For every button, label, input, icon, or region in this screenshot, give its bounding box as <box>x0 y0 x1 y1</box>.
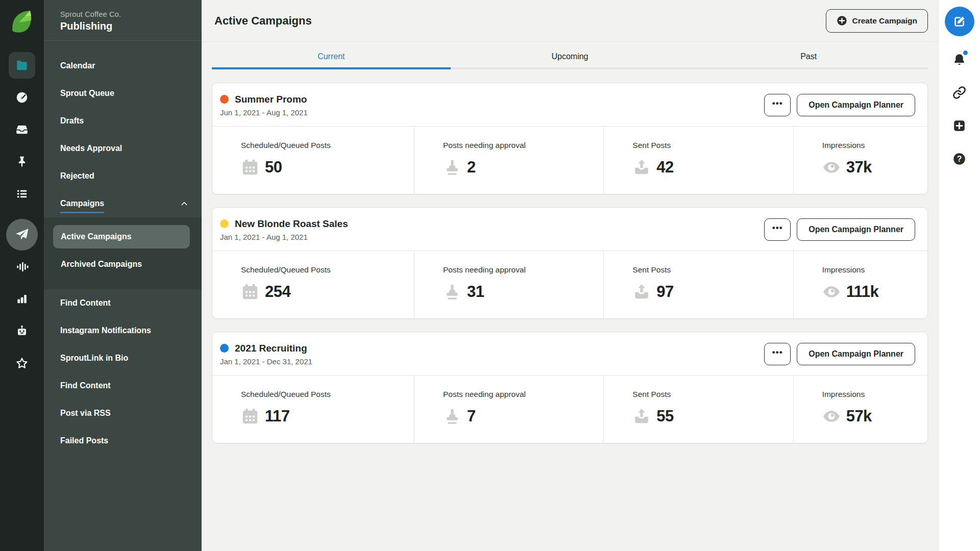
rail-item-assets[interactable] <box>9 52 35 79</box>
send-tray-icon <box>632 283 651 301</box>
calendar-icon <box>241 158 259 177</box>
campaign-color-dot <box>220 219 229 228</box>
more-options-button[interactable]: ••• <box>764 218 791 241</box>
open-campaign-planner-button[interactable]: Open Campaign Planner <box>797 94 915 116</box>
campaigns-label: Campaigns <box>60 199 104 213</box>
sidebar-item-instagram-notifications[interactable]: Instagram Notifications <box>44 317 202 344</box>
stat-scheduled-posts: Scheduled/Queued Posts 254 <box>212 251 414 318</box>
stat-sent-posts: Sent Posts 55 <box>603 375 793 443</box>
campaign-stats-row: Scheduled/Queued Posts 117 Posts needing… <box>212 375 927 443</box>
send-tray-icon <box>632 158 651 177</box>
eye-icon <box>822 283 841 301</box>
rail-item-dashboard[interactable] <box>9 84 35 111</box>
app-section-title: Publishing <box>60 20 202 32</box>
rail-item-publishing[interactable] <box>6 219 38 251</box>
open-campaign-planner-button[interactable]: Open Campaign Planner <box>797 218 915 241</box>
right-icon-rail <box>938 0 980 551</box>
calendar-icon <box>241 407 259 425</box>
rail-item-favorites[interactable] <box>9 350 35 377</box>
campaign-card-summer-promo: Summer Promo Jun 1, 2021 - Aug 1, 2021 •… <box>212 83 928 194</box>
stat-impressions: Impressions 57k <box>793 375 927 443</box>
create-campaign-button[interactable]: Create Campaign <box>826 9 928 33</box>
compose-button[interactable] <box>945 7 974 36</box>
campaign-color-dot <box>220 344 229 353</box>
stat-sent-posts: Sent Posts 97 <box>603 251 793 318</box>
stamp-icon <box>443 407 461 425</box>
waveform-icon <box>15 260 29 273</box>
more-options-button[interactable]: ••• <box>764 94 791 116</box>
send-tray-icon <box>632 407 651 425</box>
list-icon <box>15 187 29 201</box>
help-button[interactable] <box>949 148 970 169</box>
calendar-icon <box>241 283 259 301</box>
campaign-name: New Blonde Roast Sales <box>235 218 348 230</box>
sidebar-header: Sprout Coffee Co. Publishing <box>44 0 202 41</box>
more-options-button[interactable]: ••• <box>764 343 791 365</box>
chevron-up-icon <box>180 199 188 208</box>
paper-plane-icon <box>14 227 30 242</box>
sidebar-item-calendar[interactable]: Calendar <box>44 52 202 80</box>
stat-impressions: Impressions 37k <box>793 127 927 194</box>
rail-item-inbox[interactable] <box>9 116 35 143</box>
rail-item-reports[interactable] <box>9 286 35 312</box>
sidebar-item-active-campaigns[interactable]: Active Campaigns <box>53 225 190 248</box>
link-icon <box>952 86 966 99</box>
stat-scheduled-posts: Scheduled/Queued Posts 50 <box>212 127 414 194</box>
pin-icon <box>15 155 29 168</box>
notifications-button[interactable] <box>949 49 970 69</box>
rail-item-automation[interactable] <box>9 318 35 344</box>
sidebar-item-rejected[interactable]: Rejected <box>44 162 202 190</box>
stamp-icon <box>443 283 461 301</box>
rail-item-lists[interactable] <box>9 181 35 207</box>
app-window: Sprout Coffee Co. Publishing Calendar Sp… <box>0 0 980 551</box>
campaign-color-dot <box>220 95 229 104</box>
campaigns-submenu: Active Campaigns Archived Campaigns <box>44 217 202 289</box>
rail-item-listening[interactable] <box>9 254 35 280</box>
campaign-list: Summer Promo Jun 1, 2021 - Aug 1, 2021 •… <box>202 69 938 456</box>
sidebar-item-needs-approval[interactable]: Needs Approval <box>44 135 202 162</box>
compose-icon <box>953 15 966 28</box>
campaign-name: Summer Promo <box>235 94 307 105</box>
sidebar-item-drafts[interactable]: Drafts <box>44 107 202 135</box>
sidebar-item-find-content[interactable]: Find Content <box>44 289 202 317</box>
campaign-card-new-blonde-roast-sales: New Blonde Roast Sales Jan 1, 2021 - Aug… <box>212 207 928 319</box>
open-campaign-planner-button[interactable]: Open Campaign Planner <box>797 343 915 365</box>
tab-upcoming[interactable]: Upcoming <box>451 42 690 69</box>
campaign-stats-row: Scheduled/Queued Posts 50 Posts needing … <box>212 126 927 194</box>
stat-scheduled-posts: Scheduled/Queued Posts 117 <box>212 375 414 443</box>
bot-icon <box>15 324 29 338</box>
tab-current[interactable]: Current <box>212 42 451 69</box>
campaign-card-2021-recruiting: 2021 Recruiting Jan 1, 2021 - Dec 31, 20… <box>212 332 928 443</box>
sidebar: Sprout Coffee Co. Publishing Calendar Sp… <box>44 0 202 551</box>
stat-needs-approval: Posts needing approval 2 <box>414 127 603 194</box>
question-icon <box>952 152 966 166</box>
stat-sent-posts: Sent Posts 42 <box>603 127 793 194</box>
left-icon-rail <box>0 0 44 551</box>
rail-item-pinned[interactable] <box>9 148 35 175</box>
notification-dot <box>962 49 969 56</box>
sidebar-item-sprout-queue[interactable]: Sprout Queue <box>44 80 202 107</box>
plus-circle-icon <box>837 15 847 26</box>
add-button[interactable] <box>949 115 970 136</box>
tab-past[interactable]: Past <box>689 42 928 69</box>
sidebar-item-find-content-2[interactable]: Find Content <box>44 372 202 399</box>
sidebar-item-failed-posts[interactable]: Failed Posts <box>44 427 202 455</box>
main-content: Active Campaigns Create Campaign Current… <box>202 0 938 551</box>
sprout-leaf-icon[interactable] <box>10 9 34 34</box>
sidebar-item-archived-campaigns[interactable]: Archived Campaigns <box>53 253 190 276</box>
org-name: Sprout Coffee Co. <box>60 10 202 18</box>
campaign-date-range: Jan 1, 2021 - Aug 1, 2021 <box>220 233 348 241</box>
campaign-stats-row: Scheduled/Queued Posts 254 Posts needing… <box>212 251 927 318</box>
quick-link-button[interactable] <box>949 82 970 103</box>
star-icon <box>15 357 29 370</box>
sidebar-item-sproutlink-in-bio[interactable]: SproutLink in Bio <box>44 344 202 372</box>
inbox-icon <box>15 123 29 136</box>
campaign-tabs: Current Upcoming Past <box>212 42 928 69</box>
eye-icon <box>822 158 841 177</box>
sidebar-item-campaigns[interactable]: Campaigns <box>44 190 202 217</box>
sidebar-item-post-via-rss[interactable]: Post via RSS <box>44 399 202 427</box>
stat-needs-approval: Posts needing approval 31 <box>414 251 603 318</box>
folder-icon <box>15 59 29 72</box>
bar-chart-icon <box>15 292 29 306</box>
stat-needs-approval: Posts needing approval 7 <box>414 375 603 443</box>
